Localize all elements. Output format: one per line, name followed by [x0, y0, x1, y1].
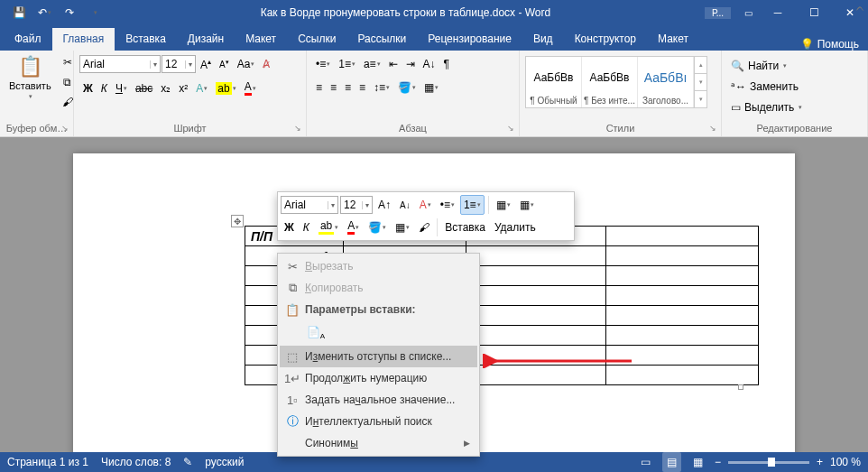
- save-button[interactable]: 💾: [7, 2, 31, 23]
- mini-insert-button[interactable]: Вставка: [441, 217, 489, 237]
- mini-shrink-font[interactable]: A↓: [396, 195, 414, 215]
- mini-table-new[interactable]: ▦▾: [516, 195, 538, 215]
- bullets-button[interactable]: •≡▾: [312, 54, 334, 74]
- gallery-more-button[interactable]: ▾: [695, 91, 706, 107]
- replace-button[interactable]: ᵃ↔Заменить: [727, 77, 862, 97]
- style-heading1[interactable]: АаБбВı Заголово...: [638, 57, 694, 107]
- underline-button[interactable]: Ч▾: [112, 79, 131, 98]
- style-normal[interactable]: АаБбВв ¶ Обычный: [526, 57, 582, 107]
- mini-font-color[interactable]: A▾: [344, 217, 363, 237]
- mini-bold[interactable]: Ж: [281, 217, 298, 237]
- view-web-layout[interactable]: ▦: [688, 452, 707, 472]
- maximize-button[interactable]: ☐: [796, 0, 832, 25]
- mini-font-name[interactable]: Arial▾: [281, 196, 338, 214]
- view-print-layout[interactable]: ▤: [662, 452, 681, 472]
- collapse-ribbon-button[interactable]: ᨈ: [856, 2, 864, 14]
- align-right-button[interactable]: ≡: [341, 78, 355, 97]
- menu-synonyms[interactable]: Синонимы ▶: [280, 432, 477, 454]
- strikethrough-button[interactable]: abc: [132, 79, 156, 98]
- justify-button[interactable]: ≡: [356, 78, 369, 97]
- mini-format-painter[interactable]: 🖌: [415, 217, 433, 237]
- numbering-button[interactable]: 1≡▾: [335, 54, 359, 74]
- align-left-button[interactable]: ≡: [312, 78, 326, 97]
- redo-button[interactable]: ↷: [58, 2, 81, 23]
- mini-shading[interactable]: 🪣▾: [365, 217, 390, 237]
- zoom-in-button[interactable]: +: [817, 456, 823, 468]
- paragraph-launcher[interactable]: ↘: [505, 123, 516, 134]
- shrink-font-button[interactable]: A▾: [216, 54, 233, 74]
- bold-button[interactable]: Ж: [79, 79, 97, 98]
- menu-smart-lookup[interactable]: ⓘ Интеллектуальный поиск: [280, 411, 477, 432]
- find-button[interactable]: 🔍Найти▾: [727, 56, 862, 76]
- qat-customize-button[interactable]: ▾: [83, 2, 106, 23]
- status-page[interactable]: Страница 1 из 1: [7, 456, 88, 468]
- zoom-level[interactable]: 100 %: [830, 456, 861, 468]
- mini-table-styles[interactable]: ▦▾: [493, 195, 514, 215]
- tab-insert[interactable]: Вставка: [115, 28, 177, 51]
- subscript-button[interactable]: x₂: [157, 79, 174, 98]
- tab-mailings[interactable]: Рассылки: [346, 28, 417, 51]
- undo-button[interactable]: ↶▾: [32, 2, 56, 23]
- highlight-button[interactable]: ab▾: [212, 79, 239, 98]
- font-color-button[interactable]: A▾: [241, 78, 260, 98]
- gallery-down-button[interactable]: ▾: [695, 74, 706, 91]
- mini-delete-button[interactable]: Удалить: [491, 217, 540, 237]
- mini-grow-font[interactable]: A↑: [374, 195, 394, 215]
- select-button[interactable]: ▭Выделить▾: [727, 97, 862, 117]
- status-language[interactable]: русский: [205, 456, 244, 468]
- tab-table-design[interactable]: Конструктор: [564, 28, 647, 51]
- shading-button[interactable]: 🪣▾: [394, 78, 420, 97]
- clipboard-launcher[interactable]: ↘: [60, 123, 70, 134]
- table-move-handle[interactable]: ✥: [231, 215, 244, 227]
- tab-table-layout[interactable]: Макет: [647, 28, 699, 51]
- tab-view[interactable]: Вид: [522, 28, 564, 51]
- tab-home[interactable]: Главная: [52, 28, 115, 51]
- ribbon-options-button[interactable]: ▭: [736, 2, 760, 23]
- show-hide-button[interactable]: ¶: [440, 54, 453, 74]
- borders-button[interactable]: ▦▾: [420, 78, 442, 97]
- tab-references[interactable]: Ссылки: [287, 28, 346, 51]
- view-read-mode[interactable]: ▭: [636, 452, 655, 472]
- align-center-button[interactable]: ≡: [327, 78, 340, 97]
- styles-launcher[interactable]: ↘: [707, 123, 718, 134]
- font-launcher[interactable]: ↘: [292, 123, 303, 134]
- zoom-slider[interactable]: [728, 461, 809, 464]
- paste-button[interactable]: 📋 Вставить ▾: [4, 52, 57, 103]
- status-word-count[interactable]: Число слов: 8: [101, 456, 171, 468]
- decrease-indent-button[interactable]: ⇤: [385, 54, 402, 74]
- tab-file[interactable]: Файл: [4, 28, 52, 51]
- menu-set-numbering-value[interactable]: 1▫ Задать начальное значение...: [280, 389, 477, 411]
- mini-font-size[interactable]: 12▾: [340, 196, 373, 214]
- multilevel-button[interactable]: a≡▾: [360, 54, 384, 74]
- font-size-selector[interactable]: 12▾: [162, 55, 196, 73]
- change-case-button[interactable]: Aa▾: [234, 54, 259, 74]
- zoom-out-button[interactable]: −: [715, 456, 721, 468]
- paste-option-text-only[interactable]: 📄A: [305, 322, 327, 344]
- minimize-button[interactable]: ─: [760, 0, 796, 25]
- clear-formatting-button[interactable]: A̷: [259, 54, 273, 74]
- status-spellcheck[interactable]: ✎: [183, 456, 192, 468]
- font-name-selector[interactable]: Arial▾: [79, 55, 161, 73]
- mini-styles[interactable]: A▾: [416, 195, 435, 215]
- table-resize-handle[interactable]: [738, 384, 743, 390]
- mini-bullets[interactable]: •≡▾: [437, 195, 458, 215]
- menu-adjust-list-indents[interactable]: ⬚ Изменить отступы в списке...: [280, 346, 477, 367]
- gallery-up-button[interactable]: ▴: [695, 57, 706, 74]
- mini-italic[interactable]: К: [300, 217, 313, 237]
- mini-borders[interactable]: ▦▾: [392, 217, 413, 237]
- zoom-slider-thumb[interactable]: [768, 458, 775, 467]
- tab-review[interactable]: Рецензирование: [417, 28, 522, 51]
- tab-layout[interactable]: Макет: [235, 28, 287, 51]
- line-spacing-button[interactable]: ↕≡▾: [370, 78, 393, 97]
- menu-continue-numbering[interactable]: 1↵ Продолжить нумерацию: [280, 367, 477, 389]
- sort-button[interactable]: A↓: [420, 54, 439, 74]
- superscript-button[interactable]: x²: [175, 79, 191, 98]
- mini-underline[interactable]: ab▾: [315, 217, 342, 237]
- tab-design[interactable]: Дизайн: [177, 28, 235, 51]
- grow-font-button[interactable]: A▴: [197, 54, 215, 74]
- italic-button[interactable]: К: [97, 79, 111, 98]
- text-effects-button[interactable]: A▾: [192, 79, 211, 98]
- mini-numbering[interactable]: 1≡▾: [460, 195, 485, 215]
- increase-indent-button[interactable]: ⇥: [402, 54, 419, 74]
- style-no-spacing[interactable]: АаБбВв ¶ Без инте...: [582, 57, 638, 107]
